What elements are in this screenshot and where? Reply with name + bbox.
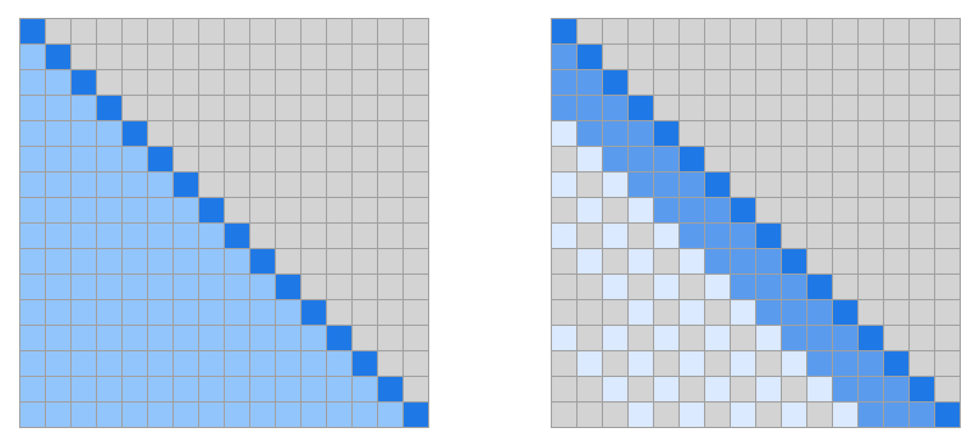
matrix-cell	[756, 376, 781, 402]
matrix-cell	[756, 44, 781, 70]
matrix-cell	[224, 402, 250, 427]
matrix-cell	[705, 95, 730, 121]
matrix-cell	[199, 19, 224, 44]
matrix-cell	[301, 44, 326, 70]
matrix-cell	[730, 19, 756, 44]
matrix-cell	[756, 95, 781, 121]
matrix-cell	[577, 197, 602, 223]
matrix-cell	[602, 95, 628, 121]
matrix-cell	[832, 146, 858, 172]
matrix-cell	[628, 70, 654, 95]
matrix-cell	[148, 172, 173, 197]
matrix-cell	[807, 172, 832, 197]
matrix-cell	[45, 172, 71, 197]
matrix-cell	[679, 351, 705, 376]
matrix-cell	[378, 146, 403, 172]
matrix-cell	[858, 197, 884, 223]
matrix-cell	[71, 70, 96, 95]
matrix-cell	[173, 402, 199, 427]
matrix-cell	[250, 172, 275, 197]
matrix-cell	[756, 402, 781, 427]
matrix-cell	[628, 19, 654, 44]
matrix-cell	[628, 376, 654, 402]
matrix-cell	[224, 249, 250, 274]
matrix-cell	[858, 376, 884, 402]
matrix-cell	[403, 274, 429, 300]
matrix-cell	[275, 223, 301, 249]
matrix-cell	[654, 351, 679, 376]
matrix-cell	[935, 70, 960, 95]
matrix-cell	[199, 44, 224, 70]
matrix-cell	[275, 351, 301, 376]
matrix-cell	[730, 70, 756, 95]
matrix-cell	[275, 249, 301, 274]
matrix-cell	[807, 274, 832, 300]
matrix-cell	[20, 172, 45, 197]
matrix-cell	[20, 197, 45, 223]
matrix-cell	[122, 146, 148, 172]
matrix-cell	[199, 325, 224, 351]
matrix-cell	[781, 325, 807, 351]
matrix-cell	[909, 249, 935, 274]
matrix-cell	[654, 300, 679, 325]
matrix-cell	[275, 402, 301, 427]
matrix-cell	[173, 376, 199, 402]
matrix-cell	[403, 146, 429, 172]
matrix-cell	[71, 172, 96, 197]
matrix-cell	[173, 146, 199, 172]
matrix-cell	[781, 44, 807, 70]
matrix-cell	[352, 402, 378, 427]
matrix-cell	[551, 274, 577, 300]
matrix-cell	[909, 121, 935, 146]
matrix-cell	[250, 146, 275, 172]
matrix-cell	[781, 95, 807, 121]
matrix-cell	[781, 376, 807, 402]
matrix-cell	[628, 146, 654, 172]
matrix-cell	[935, 249, 960, 274]
matrix-cell	[781, 351, 807, 376]
matrix-cell	[807, 376, 832, 402]
matrix-cell	[577, 121, 602, 146]
matrix-cell	[679, 19, 705, 44]
matrix-cell	[173, 197, 199, 223]
matrix-cell	[679, 172, 705, 197]
matrix-cell	[551, 325, 577, 351]
matrix-cell	[909, 44, 935, 70]
matrix-cell	[71, 197, 96, 223]
matrix-cell	[378, 223, 403, 249]
matrix-cell	[679, 95, 705, 121]
matrix-cell	[224, 223, 250, 249]
matrix-cell	[884, 70, 909, 95]
matrix-cell	[301, 351, 326, 376]
matrix-cell	[884, 249, 909, 274]
matrix-cell	[781, 223, 807, 249]
matrix-cell	[352, 376, 378, 402]
matrix-cell	[122, 249, 148, 274]
matrix-cell	[807, 402, 832, 427]
matrix-cell	[551, 223, 577, 249]
matrix-cell	[602, 19, 628, 44]
matrix-cell	[628, 223, 654, 249]
matrix-cell	[705, 44, 730, 70]
matrix-cell	[122, 95, 148, 121]
matrix-cell	[199, 300, 224, 325]
matrix-cell	[551, 44, 577, 70]
matrix-cell	[807, 44, 832, 70]
matrix-cell	[884, 376, 909, 402]
matrix-cell	[20, 376, 45, 402]
matrix-cell	[250, 376, 275, 402]
matrix-cell	[551, 197, 577, 223]
matrix-cell	[224, 197, 250, 223]
matrix-cell	[551, 172, 577, 197]
matrix-cell	[628, 402, 654, 427]
matrix-cell	[602, 121, 628, 146]
matrix-cell	[122, 300, 148, 325]
matrix-cell	[148, 223, 173, 249]
matrix-cell	[705, 351, 730, 376]
matrix-cell	[628, 325, 654, 351]
matrix-cell	[756, 197, 781, 223]
matrix-cell	[378, 70, 403, 95]
matrix-cell	[378, 274, 403, 300]
matrix-cell	[832, 197, 858, 223]
matrix-cell	[654, 121, 679, 146]
